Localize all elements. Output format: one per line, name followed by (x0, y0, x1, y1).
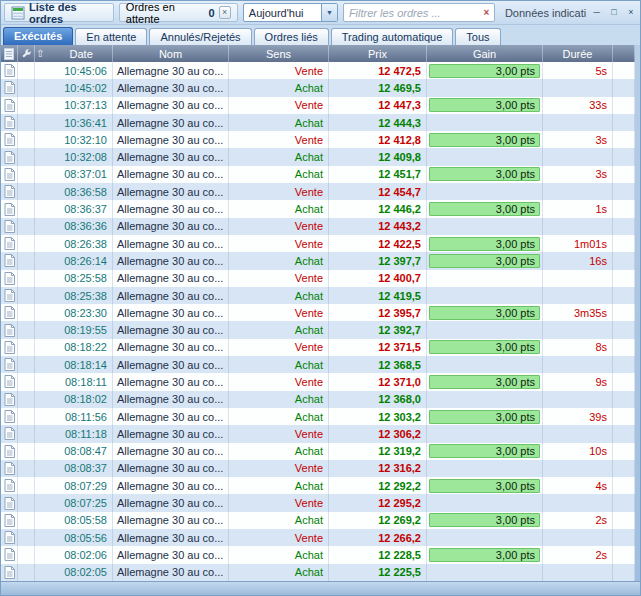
table-row[interactable]: 08:36:36Allemagne 30 au co...Vente12 443… (1, 218, 635, 235)
table-row[interactable]: 08:36:58Allemagne 30 au co...Vente12 454… (1, 183, 635, 200)
table-row[interactable]: 08:26:38Allemagne 30 au co...Vente12 422… (1, 235, 635, 252)
table-row[interactable]: 08:07:25Allemagne 30 au co...Vente12 295… (1, 494, 635, 511)
order-document-icon[interactable] (1, 373, 18, 390)
tab-trading-automatique[interactable]: Trading automatique (331, 28, 454, 45)
order-document-icon[interactable] (1, 356, 18, 373)
order-document-icon[interactable] (1, 166, 18, 183)
order-document-icon[interactable] (1, 425, 18, 442)
order-document-icon[interactable] (1, 460, 18, 477)
order-document-icon[interactable] (1, 321, 18, 338)
order-name: Allemagne 30 au co... (113, 546, 229, 563)
filter-clear-icon[interactable]: × (479, 7, 494, 18)
table-row[interactable]: 08:08:47Allemagne 30 au co...Achat12 319… (1, 443, 635, 460)
table-row[interactable]: 10:32:08Allemagne 30 au co...Achat12 409… (1, 148, 635, 165)
table-row[interactable]: 08:36:37Allemagne 30 au co...Achat12 446… (1, 200, 635, 217)
header-side-cell[interactable]: Sens (229, 45, 329, 62)
order-gain-cell: 3,00 pts (427, 373, 543, 390)
order-price: 12 392,7 (329, 321, 427, 338)
close-icon[interactable]: × (625, 6, 637, 19)
header-document-column[interactable] (1, 45, 18, 62)
gain-badge: 3,00 pts (429, 167, 540, 181)
order-document-icon[interactable] (1, 97, 18, 114)
table-row[interactable]: 08:37:01Allemagne 30 au co...Achat12 451… (1, 166, 635, 183)
tab-ex-cut-s[interactable]: Exécutés (3, 27, 73, 45)
table-row[interactable]: 08:05:58Allemagne 30 au co...Achat12 269… (1, 512, 635, 529)
header-price-cell[interactable]: Prix (329, 45, 427, 62)
table-row[interactable]: 08:25:58Allemagne 30 au co...Vente12 400… (1, 270, 635, 287)
table-row[interactable]: 08:26:14Allemagne 30 au co...Achat12 397… (1, 252, 635, 269)
table-row[interactable]: 08:05:56Allemagne 30 au co...Vente12 266… (1, 529, 635, 546)
table-row[interactable]: 08:02:05Allemagne 30 au co...Achat12 225… (1, 564, 635, 581)
order-document-icon[interactable] (1, 62, 18, 79)
table-row[interactable]: 08:18:22Allemagne 30 au co...Vente12 371… (1, 339, 635, 356)
table-row[interactable]: 10:36:41Allemagne 30 au co...Achat12 444… (1, 114, 635, 131)
table-row[interactable]: 08:07:29Allemagne 30 au co...Achat12 292… (1, 477, 635, 494)
sort-ascending-icon[interactable]: ⇧ (36, 46, 44, 61)
gain-badge: 3,00 pts (429, 548, 540, 562)
order-document-icon[interactable] (1, 494, 18, 511)
table-row[interactable]: 08:25:38Allemagne 30 au co...Achat12 419… (1, 287, 635, 304)
order-tools-cell (18, 443, 35, 460)
header-gain-cell[interactable]: Gain (427, 45, 543, 62)
orders-list-title-section[interactable]: Liste des ordres (4, 3, 114, 22)
order-document-icon[interactable] (1, 304, 18, 321)
order-document-icon[interactable] (1, 443, 18, 460)
order-document-icon[interactable] (1, 183, 18, 200)
table-row[interactable]: 08:19:55Allemagne 30 au co...Achat12 392… (1, 321, 635, 338)
order-tools-cell (18, 494, 35, 511)
table-row[interactable]: 10:45:06Allemagne 30 au co...Vente12 472… (1, 62, 635, 79)
header-duration-cell[interactable]: Durée (543, 45, 613, 62)
table-row[interactable]: 08:18:02Allemagne 30 au co...Achat12 368… (1, 391, 635, 408)
maximize-icon[interactable]: □ (608, 6, 620, 19)
chevron-down-icon[interactable]: ▼ (321, 4, 337, 21)
tab-tous[interactable]: Tous (455, 28, 500, 45)
period-dropdown[interactable]: Aujourd'hui ▼ (243, 3, 338, 22)
order-document-icon[interactable] (1, 235, 18, 252)
table-row[interactable]: 08:18:11Allemagne 30 au co...Vente12 371… (1, 373, 635, 390)
order-document-icon[interactable] (1, 270, 18, 287)
order-document-icon[interactable] (1, 339, 18, 356)
pending-orders-section[interactable]: Ordres en attente 0 × (119, 3, 238, 22)
order-document-icon[interactable] (1, 200, 18, 217)
pending-close-button[interactable]: × (219, 6, 231, 19)
table-row[interactable]: 08:18:14Allemagne 30 au co...Achat12 368… (1, 356, 635, 373)
order-document-icon[interactable] (1, 148, 18, 165)
order-document-icon[interactable] (1, 114, 18, 131)
order-document-icon[interactable] (1, 477, 18, 494)
order-document-icon[interactable] (1, 529, 18, 546)
table-row[interactable]: 08:02:06Allemagne 30 au co...Achat12 228… (1, 546, 635, 563)
order-tools-cell (18, 200, 35, 217)
order-document-icon[interactable] (1, 546, 18, 563)
order-document-icon[interactable] (1, 391, 18, 408)
order-document-icon[interactable] (1, 252, 18, 269)
table-row[interactable]: 08:11:18Allemagne 30 au co...Vente12 306… (1, 425, 635, 442)
order-document-icon[interactable] (1, 218, 18, 235)
table-row[interactable]: 08:08:37Allemagne 30 au co...Vente12 316… (1, 460, 635, 477)
order-date: 08:36:58 (35, 183, 113, 200)
order-gain-cell: 3,00 pts (427, 235, 543, 252)
table-row[interactable]: 10:45:02Allemagne 30 au co...Achat12 469… (1, 79, 635, 96)
order-document-icon[interactable] (1, 131, 18, 148)
table-row[interactable]: 10:32:10Allemagne 30 au co...Vente12 412… (1, 131, 635, 148)
order-document-icon[interactable] (1, 408, 18, 425)
order-document-icon[interactable] (1, 79, 18, 96)
minimize-icon[interactable]: ─ (591, 6, 603, 19)
order-side: Vente (229, 62, 329, 79)
header-name-cell[interactable]: Nom (113, 45, 229, 62)
order-document-icon[interactable] (1, 564, 18, 581)
order-gain-cell: 3,00 pts (427, 339, 543, 356)
table-row[interactable]: 08:11:56Allemagne 30 au co...Achat12 303… (1, 408, 635, 425)
table-row[interactable]: 10:37:13Allemagne 30 au co...Vente12 447… (1, 97, 635, 114)
header-date-cell[interactable]: ⇧ Date (35, 45, 113, 62)
order-duration (543, 79, 613, 96)
order-document-icon[interactable] (1, 287, 18, 304)
header-tools-column[interactable] (18, 45, 35, 62)
header-spare-cell (613, 45, 635, 62)
filter-input[interactable] (344, 7, 479, 19)
table-row[interactable]: 08:23:30Allemagne 30 au co...Vente12 395… (1, 304, 635, 321)
tab-ordres-li-s[interactable]: Ordres liés (254, 28, 329, 45)
tab-en-attente[interactable]: En attente (75, 28, 147, 45)
tab-annul-s-rejet-s[interactable]: Annulés/Rejetés (149, 28, 251, 45)
order-side: Achat (229, 148, 329, 165)
order-document-icon[interactable] (1, 512, 18, 529)
